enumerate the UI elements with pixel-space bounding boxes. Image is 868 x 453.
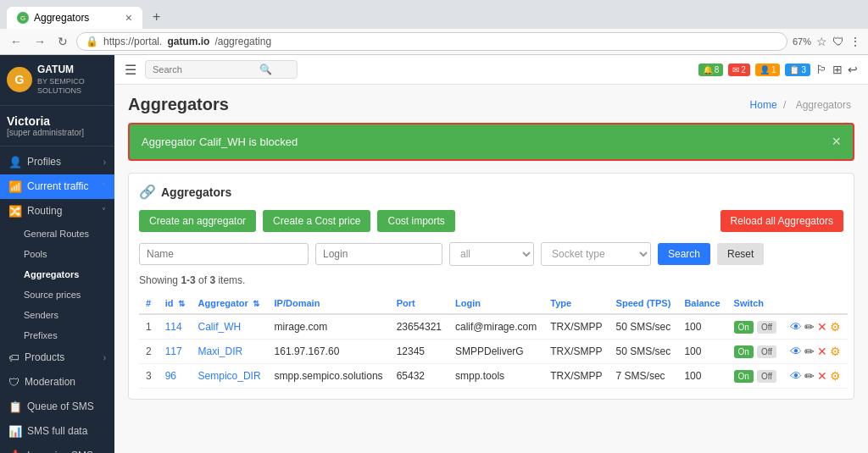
bookmark-icon[interactable]: ☆ <box>816 35 827 48</box>
switch-off-button[interactable]: Off <box>757 345 776 358</box>
forward-button[interactable]: → <box>31 33 49 50</box>
cell-speed: 7 SMS/sec <box>609 364 678 389</box>
view-icon[interactable]: 👁 <box>790 345 802 358</box>
top-bar: ☰ 🔍 🔔 8 ✉ 2 👤 1 📋 3 🏳 ⊞ ↩ <box>114 55 868 85</box>
traffic-icon: 📶 <box>8 180 22 193</box>
address-bar[interactable]: 🔒 https://portal.gatum.io/aggregating <box>76 32 787 51</box>
settings-icon[interactable]: ⚙ <box>830 320 841 334</box>
sidebar-item-queue-of-sms[interactable]: 📋 Queue of SMS <box>0 395 114 419</box>
app-container: G GATUM BY SEMPICO SOLUTIONS Victoria [s… <box>0 55 868 453</box>
switch-on-button[interactable]: On <box>734 370 754 383</box>
hamburger-icon[interactable]: ☰ <box>125 62 136 78</box>
sidebar-item-profiles[interactable]: 👤 Profiles › <box>0 150 114 174</box>
filter-login-input[interactable] <box>315 243 442 265</box>
create-cost-price-button[interactable]: Create a Cost price <box>263 210 370 232</box>
browser-tab[interactable]: G Aggregators × <box>7 7 142 29</box>
col-ip-domain[interactable]: IP/Domain <box>268 293 390 314</box>
view-icon[interactable]: 👁 <box>790 320 802 334</box>
flag-icon[interactable]: 🏳 <box>815 63 827 76</box>
sidebar-item-products[interactable]: 🏷 Products › <box>0 345 114 370</box>
badge-orange[interactable]: 👤 1 <box>755 64 781 76</box>
badge-blue[interactable]: 📋 3 <box>785 64 810 76</box>
table-body: 1 114 Calif_WH mirage.com 23654321 calif… <box>139 314 848 389</box>
back-button[interactable]: ← <box>7 33 25 50</box>
create-aggregator-button[interactable]: Create an aggregator <box>139 210 256 232</box>
grid-icon[interactable]: ⊞ <box>832 63 843 76</box>
zoom-level: 67% <box>793 36 811 47</box>
search-box: 🔍 <box>145 60 298 79</box>
cell-switch: On Off <box>727 364 784 389</box>
settings-icon[interactable]: ⚙ <box>830 345 841 358</box>
profiles-icon: 👤 <box>8 156 22 168</box>
search-button[interactable]: Search <box>658 243 710 265</box>
filter-type-select[interactable]: all <box>449 242 534 266</box>
col-hash[interactable]: # <box>139 293 159 314</box>
badge-red[interactable]: ✉ 2 <box>728 64 750 76</box>
col-id[interactable]: id ⇅ <box>159 293 192 314</box>
search-input[interactable] <box>153 64 254 75</box>
cost-imports-button[interactable]: Cost imports <box>377 210 454 232</box>
delete-icon[interactable]: ✕ <box>817 320 827 334</box>
cell-ip-domain: 161.97.167.60 <box>268 340 390 364</box>
new-tab-button[interactable]: + <box>144 5 169 29</box>
col-speed[interactable]: Speed (TPS) <box>609 293 678 314</box>
cell-type: TRX/SMPP <box>543 340 609 364</box>
sidebar-item-label: Moderation <box>25 376 106 388</box>
breadcrumb-home[interactable]: Home <box>750 99 777 111</box>
delete-icon[interactable]: ✕ <box>817 345 827 358</box>
browser-chrome: G Aggregators × + ← → ↻ 🔒 https://portal… <box>0 0 868 55</box>
filter-name-input[interactable] <box>139 243 309 265</box>
delete-icon[interactable]: ✕ <box>817 369 827 383</box>
cell-actions: 👁 ✏ ✕ ⚙ <box>783 340 848 364</box>
menu-icon[interactable]: ⋮ <box>849 35 861 48</box>
sidebar-item-moderation[interactable]: 🛡 Moderation <box>0 370 114 395</box>
routing-icon: 🔀 <box>8 205 22 218</box>
sidebar-item-incoming-sms[interactable]: 📥 Incoming SMS <box>0 444 114 453</box>
col-type[interactable]: Type <box>543 293 609 314</box>
switch-on-button[interactable]: On <box>734 345 754 358</box>
switch-off-button[interactable]: Off <box>757 321 776 334</box>
extensions-icon[interactable]: 🛡 <box>832 35 844 48</box>
sidebar-item-current-traffic[interactable]: 📶 Current traffic ˅ <box>0 174 114 199</box>
cell-aggregator[interactable]: Maxi_DIR <box>192 340 268 364</box>
edit-icon[interactable]: ✏ <box>804 320 815 334</box>
settings-icon[interactable]: ⚙ <box>830 369 841 383</box>
sidebar-item-source-prices[interactable]: Source prices <box>0 285 114 305</box>
col-login[interactable]: Login <box>448 293 543 314</box>
sidebar-item-senders[interactable]: Senders <box>0 305 114 325</box>
reload-button[interactable]: ↻ <box>54 33 71 50</box>
col-aggregator[interactable]: Aggregator ⇅ <box>192 293 268 314</box>
cell-login: calif@mirage.com <box>448 314 543 340</box>
filter-socket-select[interactable]: Socket type <box>541 242 651 266</box>
table-row: 1 114 Calif_WH mirage.com 23654321 calif… <box>139 314 848 340</box>
reset-button[interactable]: Reset <box>717 243 764 265</box>
cell-type: TRX/SMPP <box>543 364 609 389</box>
sidebar-item-pools[interactable]: Pools <box>0 244 114 264</box>
sidebar-item-sms-full-data[interactable]: 📊 SMS full data <box>0 419 114 444</box>
cell-num: 3 <box>139 364 159 389</box>
col-switch[interactable]: Switch <box>727 293 784 314</box>
sidebar-item-aggregators[interactable]: Aggregators <box>0 264 114 285</box>
sidebar: G GATUM BY SEMPICO SOLUTIONS Victoria [s… <box>0 55 114 453</box>
badge-green[interactable]: 🔔 8 <box>698 64 724 76</box>
sidebar-item-routing[interactable]: 🔀 Routing ˅ <box>0 199 114 224</box>
sidebar-item-prefixes[interactable]: Prefixes <box>0 325 114 345</box>
cell-aggregator[interactable]: Sempico_DIR <box>192 364 268 389</box>
sidebar-item-general-routes[interactable]: General Routes <box>0 224 114 244</box>
col-balance[interactable]: Balance <box>677 293 726 314</box>
switch-off-button[interactable]: Off <box>757 370 776 383</box>
reload-all-button[interactable]: Reload all Aggregators <box>721 210 843 232</box>
view-icon[interactable]: 👁 <box>790 369 802 383</box>
edit-icon[interactable]: ✏ <box>804 345 815 358</box>
col-port[interactable]: Port <box>390 293 448 314</box>
cell-id: 114 <box>159 314 192 340</box>
tab-close-button[interactable]: × <box>125 11 132 25</box>
switch-group: On Off <box>734 321 777 334</box>
sidebar-item-label: Current traffic <box>27 180 102 192</box>
cell-balance: 100 <box>677 340 726 364</box>
edit-icon[interactable]: ✏ <box>804 369 815 383</box>
cell-aggregator[interactable]: Calif_WH <box>192 314 268 340</box>
signout-icon[interactable]: ↩ <box>848 63 858 76</box>
switch-on-button[interactable]: On <box>734 321 754 334</box>
alert-close-button[interactable]: × <box>832 133 841 151</box>
